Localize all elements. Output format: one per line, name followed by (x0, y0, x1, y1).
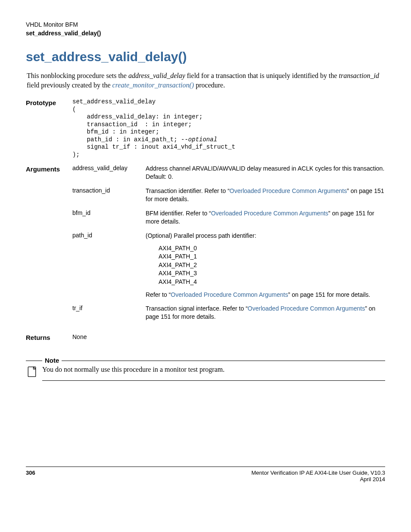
definition-list: Prototype set_address_valid_delay ( addr… (26, 98, 385, 346)
arg-row: tr_if Transaction signal interface. Refe… (72, 305, 385, 327)
link-create-monitor-transaction[interactable]: create_monitor_transaction() (112, 81, 194, 89)
link-overloaded-args[interactable]: Overloaded Procedure Common Arguments (171, 291, 288, 298)
arg-desc: Transaction signal interface. Refer to “… (146, 305, 385, 327)
link-overloaded-args[interactable]: Overloaded Procedure Common Arguments (211, 210, 328, 217)
arg-name: address_valid_delay (72, 165, 146, 187)
label-arguments: Arguments (26, 165, 72, 333)
arg-row: bfm_id BFM identifier. Refer to “Overloa… (72, 209, 385, 232)
note-icon (26, 366, 38, 378)
note-rule (42, 380, 385, 381)
page-footer: 306 Mentor Verification IP AE AXI4-Lite … (26, 467, 385, 482)
prototype-code: set_address_valid_delay ( address_valid_… (72, 98, 385, 159)
arg-row: path_id (Optional) Parallel process path… (72, 232, 385, 305)
page-title: set_address_valid_delay() (26, 50, 385, 64)
arg-desc: BFM identifier. Refer to “Overloaded Pro… (146, 209, 385, 232)
link-overloaded-args[interactable]: Overloaded Procedure Common Arguments (230, 187, 347, 194)
intro-paragraph: This nonblocking procedure sets the addr… (26, 71, 385, 90)
footer-right: Mentor Verification IP AE AXI4-Lite User… (252, 470, 385, 482)
arg-name: transaction_id (72, 187, 146, 209)
label-prototype: Prototype (26, 98, 72, 165)
page: VHDL Monitor BFM set_address_valid_delay… (0, 0, 411, 495)
label-returns: Returns (26, 333, 72, 346)
path-id-list: AXI4_PATH_0 AXI4_PATH_1 AXI4_PATH_2 AXI4… (159, 244, 385, 286)
note-block: Note You do not normally use this proced… (26, 357, 385, 381)
arg-name: bfm_id (72, 209, 146, 232)
prototype-content: set_address_valid_delay ( address_valid_… (72, 98, 385, 165)
link-overloaded-args[interactable]: Overloaded Procedure Common Arguments (248, 305, 365, 312)
note-label: Note (45, 357, 59, 364)
arg-desc: Address channel ARVALID/AWVALID delay me… (146, 165, 385, 187)
arg-row: address_valid_delay Address channel ARVA… (72, 165, 385, 187)
returns-content: None (72, 333, 385, 346)
page-number: 306 (26, 470, 35, 482)
header-section: set_address_valid_delay() (26, 29, 385, 38)
arg-name: path_id (72, 232, 146, 305)
header-chapter: VHDL Monitor BFM (26, 21, 385, 29)
arg-desc: (Optional) Parallel process path identif… (146, 232, 385, 305)
note-rule (26, 361, 42, 361)
note-rule (62, 361, 385, 361)
arg-row: transaction_id Transaction identifier. R… (72, 187, 385, 209)
arguments-content: address_valid_delay Address channel ARVA… (72, 165, 385, 333)
arg-desc: Transaction identifier. Refer to “Overlo… (146, 187, 385, 209)
running-header: VHDL Monitor BFM set_address_valid_delay… (26, 21, 385, 37)
note-text: You do not normally use this procedure i… (42, 364, 385, 373)
arg-name: tr_if (72, 305, 146, 327)
